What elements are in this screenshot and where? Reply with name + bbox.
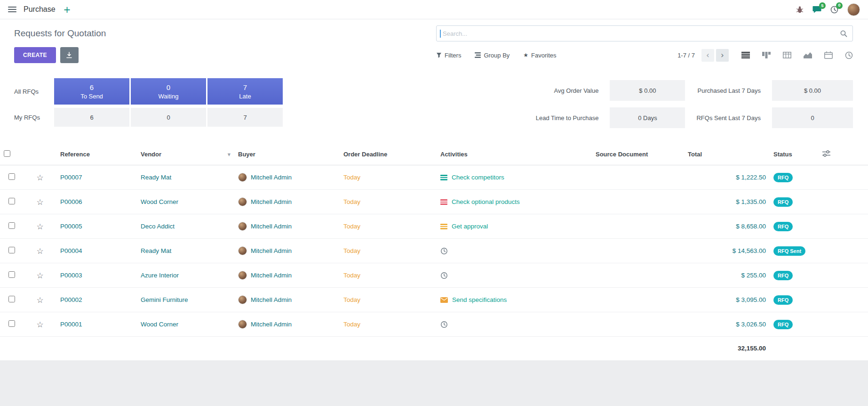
row-checkbox[interactable] [8, 173, 15, 180]
buyer-link[interactable]: Mitchell Admin [251, 174, 292, 181]
col-header-status[interactable]: Status [770, 142, 819, 165]
export-button[interactable] [60, 47, 79, 63]
page-title: Requests for Quotation [14, 28, 436, 39]
table-header-row: Reference Vendor ▼ Buyer Order Deadline … [0, 142, 868, 165]
vendor-link[interactable]: Azure Interior [141, 272, 179, 279]
search-box[interactable] [436, 25, 853, 41]
reference-link[interactable]: P00003 [60, 272, 82, 279]
table-row[interactable]: ☆ P00005 Deco Addict Mitchell Admin Toda… [0, 214, 868, 239]
apps-menu-icon[interactable] [8, 7, 16, 12]
my-waiting-card[interactable]: 0 [131, 108, 206, 127]
table-row[interactable]: ☆ P00001 Wood Corner Mitchell Admin Toda… [0, 312, 868, 337]
favorite-star-icon[interactable]: ☆ [36, 246, 43, 256]
select-all-checkbox[interactable] [4, 150, 10, 157]
user-avatar[interactable] [847, 3, 860, 16]
buyer-link[interactable]: Mitchell Admin [251, 223, 292, 230]
favorites-button[interactable]: ★ Favorites [523, 52, 556, 59]
graph-view-icon[interactable] [804, 52, 812, 58]
vendor-link[interactable]: Ready Mat [141, 247, 171, 254]
pager-previous-button[interactable]: ‹ [701, 49, 714, 62]
col-header-reference[interactable]: Reference [56, 142, 137, 165]
favorite-star-icon[interactable]: ☆ [36, 320, 43, 329]
my-late-card[interactable]: 7 [207, 108, 283, 127]
group-by-button[interactable]: Group By [475, 52, 510, 59]
activity-link[interactable]: Get approval [452, 223, 488, 230]
col-header-activities[interactable]: Activities [437, 142, 592, 165]
table-row[interactable]: ☆ P00007 Ready Mat Mitchell Admin Today … [0, 165, 868, 190]
table-row[interactable]: ☆ P00002 Gemini Furniture Mitchell Admin… [0, 288, 868, 312]
create-button[interactable]: CREATE [14, 47, 56, 63]
favorites-star-icon: ★ [523, 52, 528, 58]
new-tab-plus-icon[interactable]: + [64, 5, 71, 14]
schedule-activity-icon[interactable] [440, 247, 588, 255]
activity-link[interactable]: Send specifications [452, 296, 507, 303]
app-title[interactable]: Purchase [24, 5, 56, 14]
row-checkbox[interactable] [8, 222, 15, 229]
table-row[interactable]: ☆ P00003 Azure Interior Mitchell Admin T… [0, 263, 868, 288]
activity-view-icon[interactable] [845, 51, 853, 59]
rfq-dashboard: All RFQs 6 To Send 0 Waiting 7 Late My R… [0, 70, 868, 138]
row-checkbox[interactable] [8, 198, 15, 204]
col-header-vendor[interactable]: Vendor ▼ [137, 142, 234, 165]
col-header-order-deadline[interactable]: Order Deadline [340, 142, 437, 165]
col-header-buyer[interactable]: Buyer [234, 142, 340, 165]
row-checkbox[interactable] [8, 296, 15, 302]
reference-link[interactable]: P00006 [60, 198, 82, 205]
reference-link[interactable]: P00007 [60, 174, 82, 181]
pager-next-button[interactable]: › [716, 49, 729, 62]
late-card[interactable]: 7 Late [207, 78, 283, 105]
favorite-star-icon[interactable]: ☆ [36, 271, 43, 280]
favorite-star-icon[interactable]: ☆ [36, 222, 43, 231]
vendor-link[interactable]: Deco Addict [141, 223, 175, 230]
to-send-card[interactable]: 6 To Send [54, 78, 129, 105]
order-deadline-text: Today [343, 247, 360, 254]
vendor-link[interactable]: Gemini Furniture [141, 296, 188, 303]
my-to-send-card[interactable]: 6 [54, 108, 129, 127]
vendor-link[interactable]: Wood Corner [141, 198, 178, 205]
activity-link[interactable]: Check competitors [452, 174, 504, 181]
reference-link[interactable]: P00001 [60, 321, 82, 328]
row-checkbox[interactable] [8, 320, 15, 327]
table-row[interactable]: ☆ P00006 Wood Corner Mitchell Admin Toda… [0, 190, 868, 214]
search-icon[interactable] [835, 30, 852, 37]
row-checkbox[interactable] [8, 247, 15, 253]
search-input[interactable] [437, 30, 835, 37]
activities-clock-icon[interactable]: 0 [830, 6, 838, 14]
activity-link[interactable]: Check optional products [452, 198, 520, 205]
schedule-activity-icon[interactable] [440, 321, 588, 328]
vendor-link[interactable]: Wood Corner [141, 321, 178, 328]
reference-link[interactable]: P00004 [60, 247, 82, 254]
col-header-source-document[interactable]: Source Document [592, 142, 684, 165]
favorite-star-icon[interactable]: ☆ [36, 295, 43, 305]
calendar-view-icon[interactable] [824, 51, 833, 59]
stat-value: $ 0.00 [610, 80, 685, 101]
optional-columns-icon[interactable] [822, 151, 830, 158]
row-checkbox[interactable] [8, 271, 15, 278]
col-header-total[interactable]: Total [684, 142, 770, 165]
buyer-link[interactable]: Mitchell Admin [251, 247, 292, 254]
total-amount: $ 3,095.00 [736, 296, 766, 303]
vendor-link[interactable]: Ready Mat [141, 174, 171, 181]
messages-icon[interactable]: 5 [812, 6, 821, 13]
reference-link[interactable]: P00005 [60, 223, 82, 230]
sort-caret-icon[interactable]: ▼ [228, 153, 231, 157]
waiting-card[interactable]: 0 Waiting [131, 78, 206, 105]
schedule-activity-icon[interactable] [440, 272, 588, 279]
email-activity-icon [440, 297, 448, 303]
filters-button[interactable]: Filters [436, 52, 461, 59]
favorite-star-icon[interactable]: ☆ [36, 197, 43, 207]
buyer-avatar [238, 320, 247, 329]
buyer-link[interactable]: Mitchell Admin [251, 296, 292, 303]
list-view-icon[interactable] [741, 52, 750, 58]
buyer-link[interactable]: Mitchell Admin [251, 198, 292, 205]
reference-link[interactable]: P00002 [60, 296, 82, 303]
favorite-star-icon[interactable]: ☆ [36, 173, 43, 182]
pivot-view-icon[interactable] [783, 52, 791, 58]
stat-label: Lead Time to Purchase [536, 114, 599, 122]
table-row[interactable]: ☆ P00004 Ready Mat Mitchell Admin Today … [0, 239, 868, 263]
stat-label: Avg Order Value [536, 87, 599, 94]
debug-bug-icon[interactable] [796, 6, 804, 13]
buyer-link[interactable]: Mitchell Admin [251, 321, 292, 328]
buyer-link[interactable]: Mitchell Admin [251, 272, 292, 279]
kanban-view-icon[interactable] [762, 52, 771, 58]
